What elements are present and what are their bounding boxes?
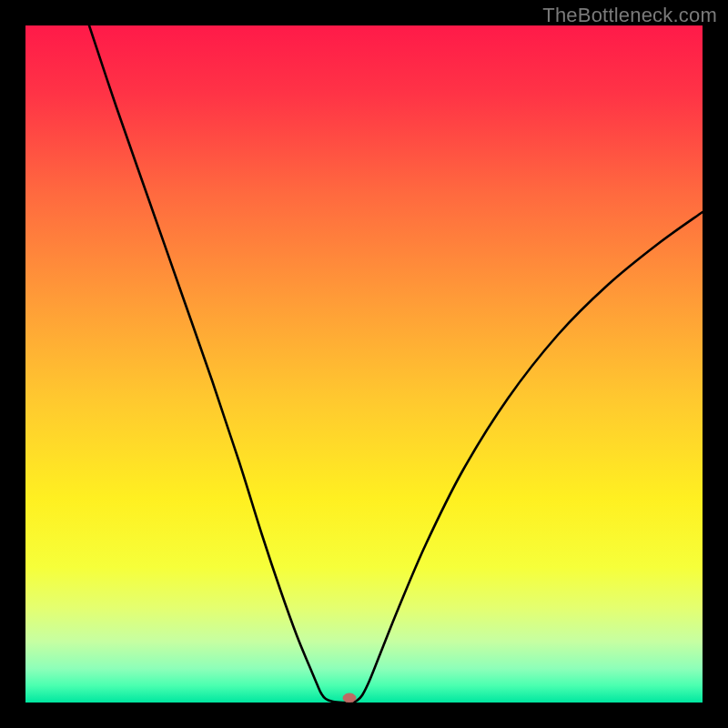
plot-area (25, 25, 703, 703)
optimal-point-marker (343, 693, 356, 703)
watermark-text: TheBottleneck.com (542, 4, 717, 27)
gradient-background (25, 25, 703, 703)
chart-svg (25, 25, 703, 703)
chart-root: TheBottleneck.com (0, 0, 728, 728)
